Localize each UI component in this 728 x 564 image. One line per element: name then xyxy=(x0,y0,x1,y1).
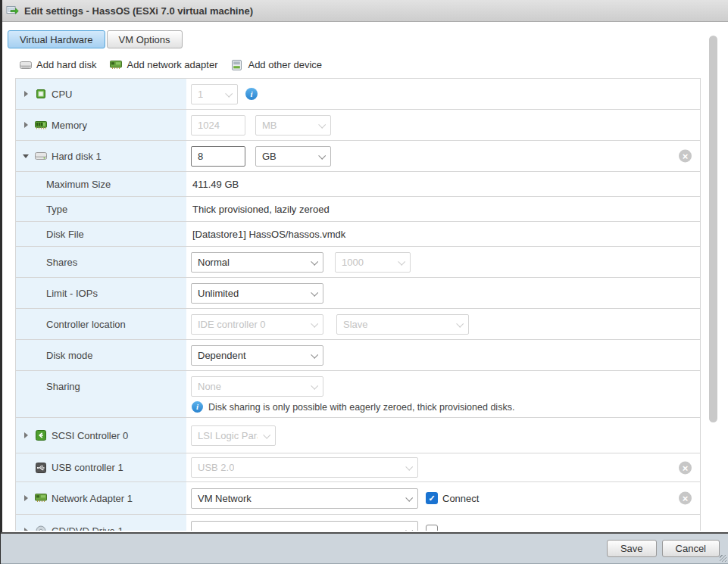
sharing-note: Disk sharing is only possible with eager… xyxy=(192,401,514,413)
type-value: Thick provisioned, lazily zeroed xyxy=(188,204,330,215)
virtual-hardware-table: CPU 1 xyxy=(15,78,701,531)
expand-arrow-network[interactable] xyxy=(22,495,30,501)
row-limit-iops: Limit - IOPs Unlimited xyxy=(16,278,700,309)
remove-hard-disk-icon[interactable] xyxy=(679,150,692,163)
add-network-adapter-label: Add network adapter xyxy=(127,59,218,70)
memory-size-input xyxy=(191,115,245,136)
disk-mode-select[interactable]: Dependent xyxy=(191,345,323,366)
dialog-footer: Save Cancel xyxy=(0,532,728,564)
edit-vm-icon xyxy=(6,5,19,17)
row-label-cpu: CPU xyxy=(52,89,72,100)
edit-settings-dialog: Edit settings - HassOS (ESXi 7.0 virtual… xyxy=(0,0,728,564)
row-usb-controller-1: USB controller 1 USB 2.0 xyxy=(16,453,700,482)
row-label-shares: Shares xyxy=(46,257,77,268)
row-cd-dvd-drive-1: CD/DVD Drive 1 xyxy=(16,515,700,531)
usb-controller-icon xyxy=(34,463,47,473)
sharing-select: None xyxy=(191,376,323,397)
memory-unit-select: MB xyxy=(255,115,331,136)
connect-checkbox-label: Connect xyxy=(442,493,479,504)
expand-arrow-scsi[interactable] xyxy=(22,432,30,438)
remove-usb-controller-icon[interactable] xyxy=(679,461,692,474)
row-scsi-controller-0: SCSI Controller 0 LSI Logic Parallel xyxy=(16,418,700,453)
cancel-button[interactable]: Cancel xyxy=(662,540,720,557)
expand-arrow-cpu[interactable] xyxy=(22,91,30,97)
row-label-limit-iops: Limit - IOPs xyxy=(46,288,98,299)
collapse-arrow-hard-disk[interactable] xyxy=(22,154,30,158)
row-label-disk-mode: Disk mode xyxy=(46,350,92,361)
tab-virtual-hardware-label: Virtual Hardware xyxy=(20,34,93,45)
disk-file-value: [Datastore1] HassOS/hassos.vmdk xyxy=(188,229,345,240)
scsi-type-select: LSI Logic Parallel xyxy=(191,425,276,446)
expand-arrow-cd-dvd[interactable] xyxy=(22,528,30,531)
network-adapter-icon xyxy=(34,494,47,503)
hard-disk-unit-select[interactable]: GB xyxy=(255,146,331,167)
hard-disk-size-input[interactable] xyxy=(191,146,245,167)
network-adapter-icon xyxy=(110,61,123,70)
cd-dvd-connect-checkbox[interactable] xyxy=(426,525,438,531)
other-device-icon xyxy=(230,60,243,70)
row-label-controller-location: Controller location xyxy=(46,319,126,330)
row-hard-disk-1: Hard disk 1 GB xyxy=(16,141,700,172)
titlebar: Edit settings - HassOS (ESXi 7.0 virtual… xyxy=(0,0,728,22)
info-icon xyxy=(192,401,203,413)
row-label-network-adapter-1: Network Adapter 1 xyxy=(52,493,133,504)
window-left-border xyxy=(0,0,1,564)
row-label-sharing: Sharing xyxy=(46,381,80,392)
cpu-info-icon[interactable] xyxy=(245,88,258,100)
row-label-usb-controller-1: USB controller 1 xyxy=(52,462,123,473)
shares-level-select[interactable]: Normal xyxy=(191,252,323,273)
tab-vm-options[interactable]: VM Options xyxy=(107,30,183,48)
row-memory: Memory MB xyxy=(16,110,700,141)
row-controller-location: Controller location IDE controller 0 Sla… xyxy=(16,309,700,340)
row-label-disk-file: Disk File xyxy=(46,229,84,240)
usb-version-select: USB 2.0 xyxy=(191,457,418,478)
sharing-note-text: Disk sharing is only possible with eager… xyxy=(208,402,514,413)
tab-vm-options-label: VM Options xyxy=(119,34,170,45)
row-disk-file: Disk File [Datastore1] HassOS/hassos.vmd… xyxy=(16,222,700,247)
row-maximum-size: Maximum Size 411.49 GB xyxy=(16,172,700,197)
scsi-controller-icon xyxy=(34,430,47,441)
row-label-hard-disk-1: Hard disk 1 xyxy=(52,151,102,162)
cpu-count-select: 1 xyxy=(191,84,238,104)
cd-dvd-media-select[interactable] xyxy=(191,521,418,531)
connect-checkbox[interactable] xyxy=(426,492,438,504)
expand-arrow-memory[interactable] xyxy=(22,122,30,128)
add-other-device-button[interactable]: Add other device xyxy=(230,59,322,70)
cd-dvd-icon xyxy=(34,525,47,531)
controller-position-select: Slave xyxy=(336,314,469,335)
row-label-type: Type xyxy=(46,204,67,215)
remove-network-adapter-icon[interactable] xyxy=(679,492,692,505)
vertical-scrollbar-thumb[interactable] xyxy=(709,36,717,422)
resize-grip[interactable] xyxy=(720,555,726,562)
memory-icon xyxy=(34,121,47,129)
limit-iops-select[interactable]: Unlimited xyxy=(191,283,323,304)
row-label-memory: Memory xyxy=(52,120,87,131)
hard-disk-icon xyxy=(19,61,32,70)
dialog-title: Edit settings - HassOS (ESXi 7.0 virtual… xyxy=(24,5,253,17)
cpu-icon xyxy=(34,89,47,99)
network-select[interactable]: VM Network xyxy=(191,488,418,509)
row-label-maximum-size: Maximum Size xyxy=(46,179,111,190)
row-network-adapter-1: Network Adapter 1 VM Network Connect xyxy=(16,482,700,515)
maximum-size-value: 411.49 GB xyxy=(188,179,239,190)
row-type: Type Thick provisioned, lazily zeroed xyxy=(16,197,700,222)
add-hard-disk-label: Add hard disk xyxy=(36,59,97,70)
add-network-adapter-button[interactable]: Add network adapter xyxy=(110,59,218,70)
controller-select: IDE controller 0 xyxy=(191,314,323,335)
row-disk-mode: Disk mode Dependent xyxy=(16,340,700,371)
tab-bar: Virtual Hardware VM Options xyxy=(8,30,184,48)
tab-virtual-hardware[interactable]: Virtual Hardware xyxy=(8,30,105,48)
add-other-device-label: Add other device xyxy=(248,59,322,70)
add-device-toolbar: Add hard disk Add network adapter xyxy=(19,59,322,70)
hard-disk-icon xyxy=(34,151,47,160)
add-hard-disk-button[interactable]: Add hard disk xyxy=(19,59,97,70)
row-sharing: Sharing None Disk sharing is only possib… xyxy=(16,371,700,418)
row-label-cd-dvd-drive-1: CD/DVD Drive 1 xyxy=(52,525,123,531)
row-label-scsi-controller-0: SCSI Controller 0 xyxy=(52,430,128,441)
save-button[interactable]: Save xyxy=(607,540,657,557)
shares-value-select: 1000 xyxy=(335,252,411,273)
row-shares: Shares Normal 1000 xyxy=(16,247,700,278)
row-cpu: CPU 1 xyxy=(16,79,700,110)
